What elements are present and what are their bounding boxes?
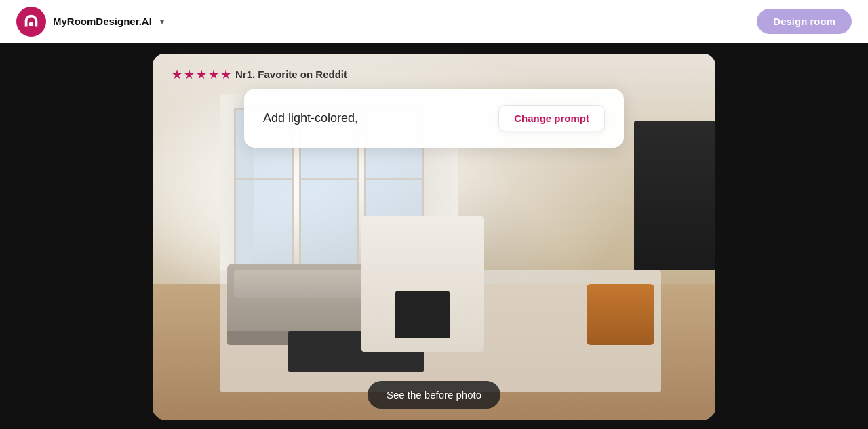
star-badge: ★ ★ ★ ★ ★ Nr1. Favorite on Reddit	[172, 67, 347, 82]
fireplace-opening	[395, 291, 450, 338]
logo-icon	[22, 13, 40, 30]
brand-name: MyRoomDesigner.AI	[53, 16, 152, 27]
chevron-down-icon[interactable]: ▾	[160, 17, 164, 26]
logo-mark	[16, 7, 46, 37]
star-4: ★	[208, 67, 219, 82]
before-photo-button[interactable]: See the before photo	[368, 381, 500, 409]
design-room-button[interactable]: Design room	[757, 9, 852, 34]
star-3: ★	[196, 67, 207, 82]
room-card: ★ ★ ★ ★ ★ Nr1. Favorite on Reddit Add li…	[153, 54, 715, 420]
stars: ★ ★ ★ ★ ★	[172, 67, 231, 82]
svg-point-0	[29, 22, 34, 26]
tv	[634, 121, 715, 270]
star-1: ★	[172, 67, 182, 82]
star-5: ★	[220, 67, 231, 82]
accent-chair	[587, 284, 654, 345]
prompt-card: Add light-colored, Change prompt	[244, 89, 624, 148]
main-area: ★ ★ ★ ★ ★ Nr1. Favorite on Reddit Add li…	[0, 43, 868, 429]
header: MyRoomDesigner.AI ▾ Design room	[0, 0, 868, 43]
star-2: ★	[184, 67, 195, 82]
header-left: MyRoomDesigner.AI ▾	[16, 7, 164, 37]
star-label: Nr1. Favorite on Reddit	[235, 68, 347, 80]
prompt-text: Add light-colored,	[263, 111, 358, 125]
change-prompt-button[interactable]: Change prompt	[498, 105, 605, 131]
fireplace	[361, 216, 484, 352]
